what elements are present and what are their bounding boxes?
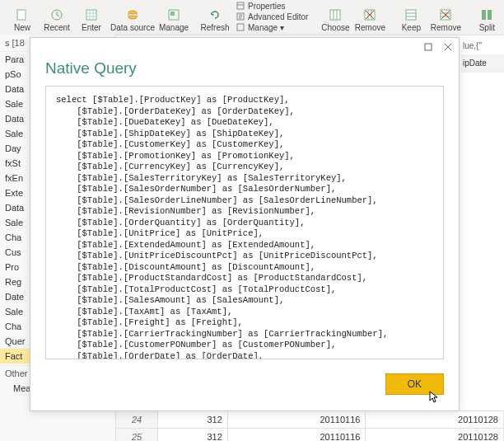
dialog-footer: OK: [30, 366, 459, 411]
native-query-dialog: Native Query select [$Table].[ProductKey…: [30, 37, 460, 411]
modal-overlay: Native Query select [$Table].[ProductKey…: [0, 0, 504, 441]
close-icon: [444, 43, 452, 51]
sql-text-area[interactable]: select [$Table].[ProductKey] as [Product…: [45, 86, 444, 359]
svg-rect-17: [425, 44, 432, 50]
maximize-icon: [424, 43, 432, 51]
maximize-button[interactable]: [422, 41, 434, 53]
dialog-title-bar: [30, 38, 459, 56]
close-button[interactable]: [442, 41, 454, 53]
dialog-title: Native Query: [30, 56, 459, 86]
sql-text: select [$Table].[ProductKey] as [Product…: [56, 95, 433, 359]
ok-button[interactable]: OK: [385, 373, 444, 395]
